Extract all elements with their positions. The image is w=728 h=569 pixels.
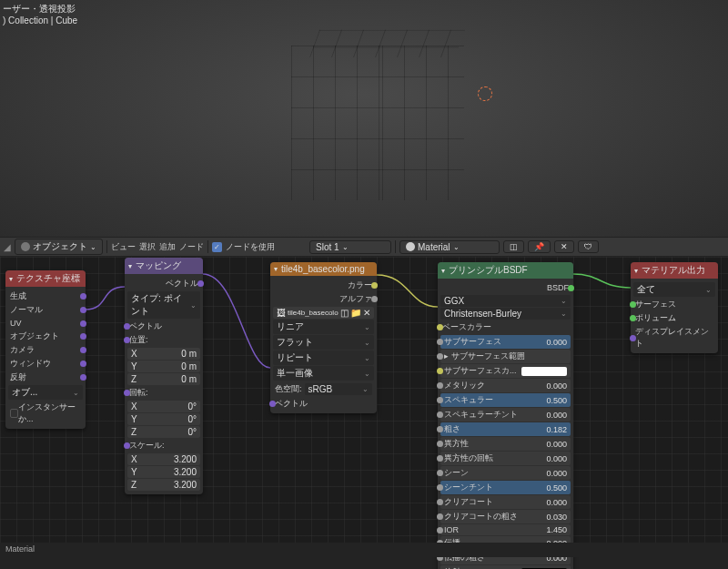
bsdf-prop[interactable]: クリアコート0.000 (440, 495, 571, 509)
bsdf-prop[interactable]: シーン0.000 (440, 466, 571, 480)
bsdf-prop[interactable]: ▸ サブサーフェス範囲 (440, 350, 571, 363)
target-dropdown[interactable]: 全て (633, 282, 715, 297)
bsdf-prop[interactable]: IOR1.450 (440, 524, 571, 535)
node-editor[interactable]: テクスチャ座標 生成 ノーマル UV オブジェクト カメラ ウィンドウ 反射 オ… (0, 257, 728, 557)
use-nodes-label: ノードを使用 (226, 241, 275, 253)
slot-dropdown[interactable]: Slot 1 (309, 240, 391, 254)
viewport-3d[interactable]: ーザー・透視投影 ) Collection | Cube (0, 0, 728, 237)
bsdf-prop[interactable]: 異方性0.000 (440, 437, 571, 451)
interp-dropdown[interactable]: リニア (273, 320, 374, 334)
bsdf-prop[interactable]: クリアコートの粗さ0.030 (440, 510, 571, 523)
use-nodes-checkbox[interactable]: ✓ (212, 242, 222, 252)
source-dropdown[interactable]: 単一画像 (273, 366, 374, 381)
bsdf-prop[interactable]: シーンチント0.500 (440, 481, 571, 494)
node-principled-bsdf[interactable]: プリンシプルBSDF BSDF GGX Christensen-Burley ベ… (438, 262, 573, 569)
scale-y[interactable]: Y 3.200 (127, 466, 200, 478)
loc-y[interactable]: Y 0 m (127, 361, 200, 372)
corner-icon[interactable]: ◢ (4, 242, 11, 252)
bsdf-prop[interactable]: サブサーフェス0.000 (440, 335, 571, 349)
scale-z[interactable]: Z 3.200 (127, 479, 200, 491)
ext-dropdown[interactable]: リピート (273, 351, 374, 365)
node-material-output[interactable]: マテリアル出力 全て サーフェス ボリューム ディスプレイスメント (631, 262, 718, 353)
bsdf-prop[interactable]: スペキュラーチント0.000 (440, 408, 571, 422)
mapping-type-dropdown[interactable]: タイプ: ポイント (127, 291, 200, 319)
node-mapping[interactable]: マッピング ベクトル タイプ: ポイント ベクトル 位置: X 0 m Y 0 … (125, 258, 203, 494)
distribution-dropdown[interactable]: GGX (440, 295, 571, 307)
pin-icon[interactable]: 📌 (528, 240, 551, 253)
node-header[interactable]: マテリアル出力 (631, 262, 718, 279)
close-icon[interactable]: ✕ (554, 240, 574, 253)
menu-add[interactable]: 追加 (159, 241, 176, 253)
node-texture-coordinate[interactable]: テクスチャ座標 生成 ノーマル UV オブジェクト カメラ ウィンドウ 反射 オ… (5, 270, 86, 429)
image-file-field[interactable]: 🖼 tile4b_basecolor_... ◫ 📁 ✕ (273, 307, 374, 319)
users-icon[interactable]: ◫ (340, 308, 349, 318)
cursor-3d-icon (478, 86, 492, 101)
sss-dropdown[interactable]: Christensen-Burley (440, 308, 571, 320)
bsdf-prop[interactable]: サブサーフェスカ... (440, 364, 571, 378)
open-icon[interactable]: 📁 (350, 308, 361, 318)
menu-select[interactable]: 選択 (139, 241, 156, 253)
loc-x[interactable]: X 0 m (127, 348, 200, 360)
bsdf-prop[interactable]: メタリック0.000 (440, 379, 571, 392)
mode-dropdown[interactable]: オブジェクト (15, 239, 103, 255)
bsdf-prop[interactable]: 異方性の回転0.000 (440, 452, 571, 465)
colorspace-dropdown[interactable]: sRGB (305, 383, 372, 395)
bsdf-prop[interactable]: スペキュラー0.500 (440, 393, 571, 407)
node-editor-toolbar: ◢ オブジェクト ビュー 選択 追加 ノード ✓ ノードを使用 Slot 1 M… (0, 237, 728, 257)
material-dropdown[interactable]: Material (399, 240, 500, 254)
rot-x[interactable]: X 0° (127, 401, 200, 412)
scale-x[interactable]: X 3.200 (127, 453, 200, 465)
node-header[interactable]: プリンシプルBSDF (438, 262, 573, 279)
fake-user-icon[interactable]: 🛡 (578, 240, 599, 253)
object-field[interactable]: オブ... (8, 385, 83, 400)
image-icon: 🖼 (277, 308, 286, 318)
viewport-header: ーザー・透視投影 ) Collection | Cube (3, 3, 77, 25)
footer-status: Material (0, 543, 728, 557)
browse-material-icon[interactable]: ◫ (503, 240, 524, 253)
loc-z[interactable]: Z 0 m (127, 373, 200, 385)
unlink-icon[interactable]: ✕ (363, 308, 370, 318)
bsdf-prop[interactable]: 放射 (440, 565, 571, 569)
node-image-texture[interactable]: tile4b_basecolor.png カラー アルファ 🖼 tile4b_b… (270, 262, 377, 413)
menu-node[interactable]: ノード (179, 241, 204, 253)
menu-view[interactable]: ビュー (111, 241, 136, 253)
rot-z[interactable]: Z 0° (127, 426, 200, 438)
node-header[interactable]: tile4b_basecolor.png (270, 262, 377, 276)
rot-y[interactable]: Y 0° (127, 413, 200, 425)
node-header[interactable]: テクスチャ座標 (5, 270, 86, 287)
proj-dropdown[interactable]: フラット (273, 335, 374, 350)
mesh-cube[interactable] (291, 7, 464, 217)
bsdf-prop[interactable]: 粗さ0.182 (440, 422, 571, 436)
node-header[interactable]: マッピング (125, 258, 203, 274)
